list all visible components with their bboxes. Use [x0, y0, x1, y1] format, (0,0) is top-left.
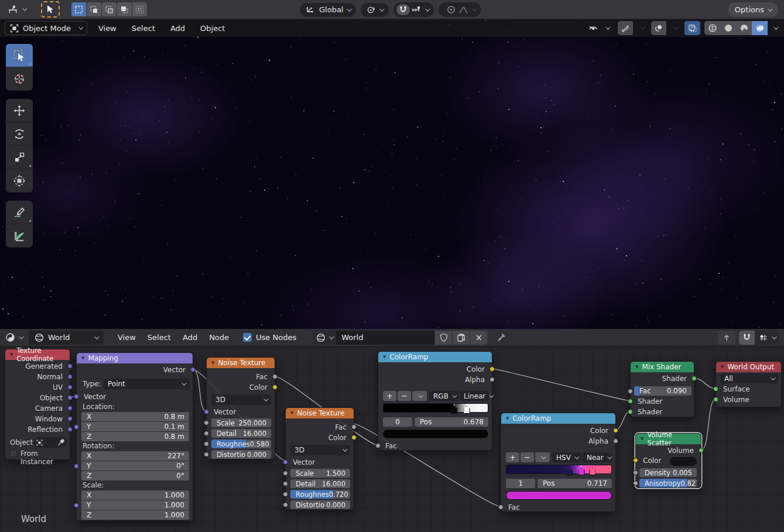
socket-surface-input[interactable] [713, 386, 718, 392]
density-field[interactable]: Density0.005 [639, 468, 697, 477]
viewport-3d[interactable]: Object Mode View Select Add Object [0, 19, 784, 329]
gradient-bar[interactable] [383, 403, 488, 413]
shader-type-dropdown[interactable]: World [29, 331, 104, 345]
overlays-dropdown[interactable] [666, 21, 680, 35]
collapse-icon[interactable]: ▼ [383, 355, 386, 359]
menu-add[interactable]: Add [164, 22, 191, 35]
menu-select[interactable]: Select [142, 331, 177, 344]
collapse-icon[interactable]: ▼ [211, 361, 214, 365]
node-volume-scatter[interactable]: ▼ Volume Scatter Volume Color Density0.0… [635, 433, 701, 488]
ramp-stop-handle[interactable] [451, 406, 457, 414]
pin-button[interactable] [497, 332, 506, 342]
socket-fac-input[interactable] [498, 504, 504, 510]
node-header[interactable]: ▼ World Output [716, 362, 781, 372]
socket-uv-output[interactable] [67, 385, 73, 390]
shading-dropdown[interactable] [768, 21, 779, 35]
node-world-output[interactable]: ▼ World Output All Surface Volume [715, 361, 782, 407]
node-noise-texture-1[interactable]: ▼ Noise Texture Fac Color 3D Vector Scal… [206, 357, 275, 459]
socket-roughness-input[interactable] [283, 492, 288, 497]
socket-alpha-output[interactable] [613, 438, 618, 444]
node-mix-shader[interactable]: ▼ Mix Shader Shader Fac0.090 Shader Shad… [630, 361, 694, 417]
scale-y-field[interactable]: Y1.000 [81, 500, 189, 510]
tool-move[interactable] [6, 99, 33, 122]
proportional-toggle[interactable] [444, 4, 458, 15]
rotation-y-field[interactable]: Y0° [81, 461, 189, 471]
rotation-x-field[interactable]: X227° [81, 451, 189, 461]
menu-view[interactable]: View [112, 331, 142, 344]
from-instancer-checkbox[interactable] [10, 450, 17, 457]
socket-window-output[interactable] [67, 416, 73, 421]
gizmo-dropdown[interactable] [633, 21, 647, 35]
gradient-bar[interactable] [506, 465, 612, 474]
collapse-icon[interactable]: ▼ [635, 365, 638, 369]
socket-roughness-input[interactable] [204, 441, 209, 447]
socket-camera-output[interactable] [67, 406, 73, 411]
select-mode-subtract-button[interactable] [102, 2, 117, 16]
menu-select[interactable]: Select [125, 22, 162, 35]
node-header[interactable]: ▼ ColorRamp [501, 413, 615, 424]
datablock-name-field[interactable]: World [336, 331, 434, 345]
fac-slider[interactable]: Fac0.090 [634, 386, 691, 396]
mapping-type-dropdown[interactable]: Point [104, 379, 189, 389]
collapse-icon[interactable]: ▼ [10, 352, 13, 357]
socket-fac-input[interactable] [628, 389, 633, 394]
scale-x-field[interactable]: X1.000 [81, 490, 189, 500]
interaction-mode-dropdown[interactable]: Object Mode [5, 21, 87, 35]
collapse-icon[interactable]: ▼ [641, 437, 643, 441]
editor-type-button[interactable] [4, 331, 24, 345]
socket-color-output[interactable] [613, 428, 618, 433]
menu-node[interactable]: Node [203, 331, 235, 344]
topbar-editor-type-button[interactable] [5, 2, 28, 16]
socket-vector-output[interactable] [190, 367, 196, 372]
output-target-dropdown[interactable]: All [720, 373, 778, 383]
tool-annotate[interactable] [6, 201, 33, 224]
socket-scale-input[interactable] [74, 503, 79, 508]
collapse-icon[interactable]: ▼ [506, 416, 509, 421]
socket-shader-input-1[interactable] [628, 399, 633, 404]
socket-vector-input[interactable] [283, 459, 288, 465]
node-snap-toggle[interactable] [739, 331, 755, 345]
pivot-point-dropdown[interactable] [361, 3, 389, 17]
socket-rotation-input[interactable] [74, 464, 79, 469]
active-tool-indicator[interactable] [41, 1, 60, 18]
new-datablock-button[interactable] [453, 331, 470, 345]
anisotropy-slider[interactable]: Anisotropy0.827 [639, 479, 697, 488]
options-dropdown[interactable]: Options [728, 2, 778, 17]
node-noise-texture-2[interactable]: ▼ Noise Texture Fac Color 3D Vector Scal… [285, 407, 354, 510]
collapse-icon[interactable]: ▼ [81, 356, 84, 361]
rotation-z-field[interactable]: Z0° [81, 471, 189, 480]
node-header[interactable]: ▼ Mapping [77, 353, 193, 363]
snap-toggle[interactable] [396, 4, 410, 15]
object-picker-field[interactable] [33, 437, 67, 448]
noise-dimensions-dropdown[interactable]: 3D [290, 445, 350, 455]
scale-field[interactable]: Scale1.500 [290, 469, 350, 478]
ramp-tools-dropdown[interactable] [412, 391, 427, 401]
socket-shader-input-2[interactable] [628, 409, 633, 414]
proportional-falloff-dropdown[interactable] [458, 6, 475, 14]
socket-volume-output[interactable] [699, 448, 704, 453]
go-to-parent-button[interactable] [718, 331, 735, 345]
node-header[interactable]: ▼ Noise Texture [286, 408, 354, 418]
datablock-browse-button[interactable] [313, 331, 336, 345]
color-swatch[interactable] [670, 457, 697, 466]
shader-node-editor[interactable]: World [0, 346, 784, 532]
show-gizmo-toggle[interactable] [618, 21, 633, 35]
remove-stop-button[interactable]: − [521, 452, 534, 462]
socket-reflection-output[interactable] [67, 427, 73, 432]
socket-object-output[interactable] [67, 395, 73, 400]
detail-field[interactable]: Detail16.000 [290, 479, 350, 488]
socket-color-output[interactable] [489, 366, 495, 372]
xray-toggle[interactable] [684, 21, 700, 35]
roughness-slider[interactable]: Roughnes0.580 [211, 440, 271, 448]
tool-scale[interactable] [6, 146, 33, 169]
snap-to-dropdown[interactable] [411, 6, 429, 14]
stop-color-swatch[interactable] [383, 430, 488, 438]
socket-anisotropy-input[interactable] [633, 480, 638, 486]
socket-detail-input[interactable] [283, 481, 288, 486]
roughness-slider[interactable]: Roughnes0.720 [290, 490, 350, 499]
socket-density-input[interactable] [633, 470, 638, 475]
show-overlays-toggle[interactable] [651, 21, 666, 35]
socket-distortion-input[interactable] [283, 502, 288, 507]
stop-index-field[interactable]: 0 [383, 417, 412, 427]
socket-fac-input[interactable] [375, 443, 381, 448]
